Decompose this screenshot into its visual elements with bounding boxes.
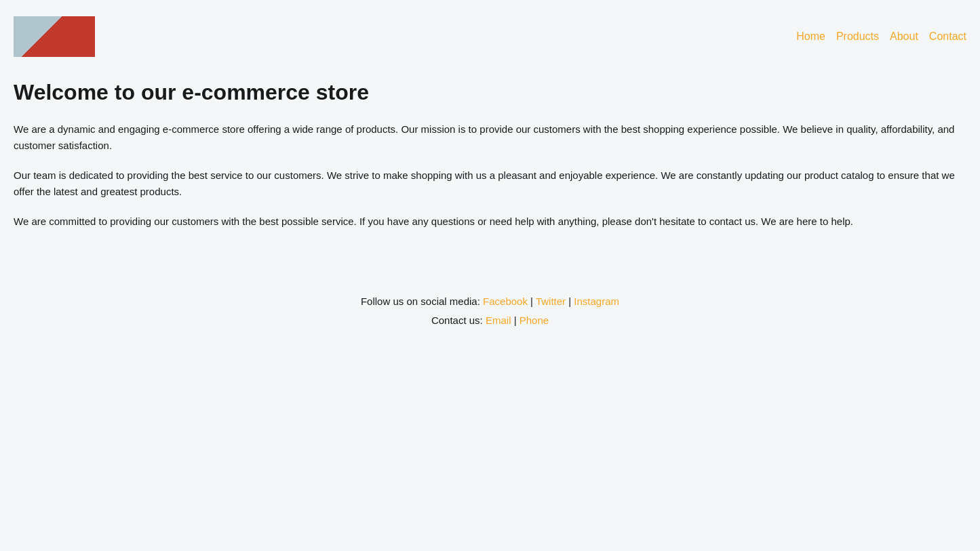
- page-title: Welcome to our e-commerce store: [14, 80, 966, 105]
- logo-link[interactable]: [14, 16, 95, 57]
- contact-line: Contact us: Email | Phone: [14, 312, 966, 329]
- main-nav: Home Products About Contact: [796, 30, 966, 43]
- social-instagram[interactable]: Instagram: [574, 295, 619, 307]
- social-facebook[interactable]: Facebook: [483, 295, 528, 307]
- social-media-line: Follow us on social media: Facebook | Tw…: [14, 293, 966, 310]
- nav-home[interactable]: Home: [796, 30, 825, 43]
- social-separator-1: |: [530, 295, 536, 307]
- intro-paragraph-2: Our team is dedicated to providing the b…: [14, 167, 966, 200]
- main-content: Welcome to our e-commerce store We are a…: [0, 73, 980, 270]
- site-footer: Follow us on social media: Facebook | Tw…: [0, 277, 980, 348]
- site-header: Home Products About Contact: [0, 0, 980, 73]
- nav-products[interactable]: Products: [836, 30, 879, 43]
- intro-paragraph-1: We are a dynamic and engaging e-commerce…: [14, 121, 966, 154]
- logo-image: [14, 16, 95, 57]
- intro-paragraph-3: We are committed to providing our custom…: [14, 213, 966, 230]
- social-prefix: Follow us on social media:: [361, 295, 483, 307]
- social-twitter[interactable]: Twitter: [536, 295, 566, 307]
- nav-contact[interactable]: Contact: [929, 30, 966, 43]
- contact-separator: |: [514, 314, 520, 326]
- contact-phone[interactable]: Phone: [520, 314, 549, 326]
- nav-about[interactable]: About: [890, 30, 918, 43]
- contact-prefix: Contact us:: [431, 314, 486, 326]
- contact-email[interactable]: Email: [486, 314, 511, 326]
